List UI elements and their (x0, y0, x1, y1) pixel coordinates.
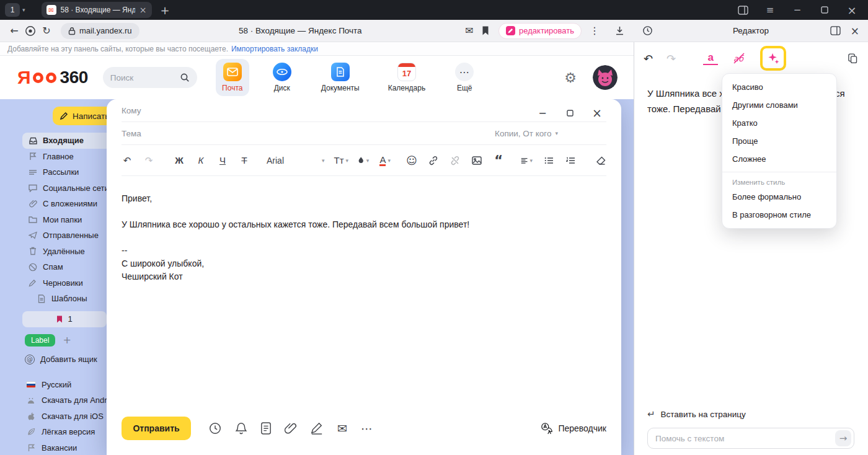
maximize-window-icon[interactable] (818, 4, 831, 16)
remove-link-button[interactable] (450, 154, 461, 167)
search-box[interactable] (103, 67, 197, 88)
style-menu-item[interactable]: Красиво (722, 78, 836, 96)
url-field[interactable]: mail.yandex.ru (61, 23, 140, 39)
service-disk[interactable]: Диск (265, 59, 299, 96)
minimize-compose-icon[interactable]: − (537, 107, 548, 118)
translator-button[interactable]: Переводчик (541, 422, 606, 435)
service-mail[interactable]: Почта (216, 59, 249, 96)
bold-button[interactable]: Ж (174, 154, 185, 167)
rewrite-icon[interactable]: аб (732, 51, 746, 66)
style-menu-item[interactable]: Сложнее (722, 150, 836, 168)
url-text: mail.yandex.ru (79, 26, 132, 35)
mail-page-icon[interactable]: ✉ (461, 23, 477, 39)
signature-pen-icon[interactable] (310, 421, 324, 436)
page-title: 58 · Входящие — Яндекс Почта (140, 26, 462, 35)
subject-field[interactable]: Тема Копии, От кого ▾ (122, 122, 606, 145)
minimize-window-icon[interactable]: − (791, 4, 804, 16)
copy-icon[interactable] (847, 53, 858, 64)
undo-icon[interactable]: ↶ (122, 154, 133, 167)
undo-icon[interactable]: ↶ (644, 52, 653, 65)
back-icon[interactable]: ← (6, 23, 22, 39)
prompt-input[interactable] (647, 428, 854, 449)
underline-button[interactable]: Ч (217, 154, 228, 167)
grammar-check-icon[interactable]: а (703, 51, 718, 65)
insert-image-button[interactable] (471, 154, 482, 167)
numbered-list-button[interactable] (565, 154, 576, 167)
bookmark-filter[interactable]: 1 (22, 311, 107, 327)
import-bookmarks-link[interactable]: Импортировать закладки (231, 45, 318, 53)
reload-icon[interactable]: ↻ (38, 23, 55, 39)
label-tag[interactable]: Label (25, 334, 55, 347)
strikethrough-button[interactable]: Т (239, 154, 250, 167)
sidebar-item-inbox[interactable]: Входящие (22, 133, 115, 149)
close-compose-icon[interactable]: × (591, 107, 603, 118)
close-panel-icon[interactable]: × (851, 25, 859, 37)
tab-counter-button[interactable]: 1 (5, 3, 20, 17)
sidebar-panel-icon[interactable] (737, 4, 749, 16)
attach-paperclip-icon[interactable] (285, 421, 297, 436)
chevron-down-icon: ▾ (366, 157, 370, 164)
redo-icon[interactable]: ↷ (143, 154, 154, 167)
search-input[interactable] (110, 73, 180, 82)
tab-close-icon[interactable]: × (140, 5, 147, 15)
compose-format-toolbar: ↶ ↷ Ж К Ч Т Arial ▾ Тт▾ ▾ А▾ ☺ “ ▾ (122, 145, 606, 176)
font-size-select[interactable]: Тт▾ (335, 154, 348, 167)
maximize-compose-icon[interactable] (564, 107, 575, 118)
android-icon (26, 396, 36, 405)
align-button[interactable]: ▾ (521, 154, 533, 167)
redo-icon[interactable]: ↷ (666, 52, 676, 65)
insert-link-button[interactable] (428, 154, 439, 167)
text-color-button[interactable]: А▾ (379, 154, 391, 167)
cc-from-toggle[interactable]: Копии, От кого ▾ (495, 129, 558, 138)
compose-body[interactable]: Привет, У Шляпника все хорошо у остальны… (107, 176, 621, 283)
user-avatar[interactable] (593, 65, 618, 90)
eraser-format-icon[interactable] (595, 154, 606, 167)
settings-gear-icon[interactable]: ⚙ (564, 70, 577, 86)
compose-window-controls: − × (537, 107, 603, 118)
quote-button[interactable]: “ (493, 154, 504, 167)
send-button[interactable]: Отправить (122, 417, 191, 440)
envelope-options-icon[interactable]: ✉ (337, 421, 348, 436)
downloads-icon[interactable] (611, 23, 627, 39)
italic-button[interactable]: К (195, 154, 206, 167)
bookmark-flag-icon[interactable] (477, 23, 494, 39)
open-in-window-icon[interactable] (830, 26, 841, 35)
link-label: Скачать для iOS (42, 412, 104, 421)
alice-assistant-icon[interactable] (22, 23, 38, 39)
font-family-select[interactable]: Arial ▾ (267, 156, 325, 166)
add-label-icon[interactable]: + (63, 334, 71, 346)
service-more[interactable]: ⋯ Ещё (448, 59, 481, 96)
emoji-button[interactable]: ☺ (406, 154, 417, 167)
send-later-clock-icon[interactable] (208, 421, 222, 436)
service-calendar[interactable]: 17 Календарь (382, 59, 432, 96)
browser-menu-icon[interactable]: ≡ (764, 4, 776, 16)
chevron-down-icon: ▾ (322, 157, 325, 164)
insert-to-page-button[interactable]: ↵ Вставить на страницу (647, 409, 854, 420)
new-tab-button[interactable]: + (161, 4, 170, 17)
template-note-icon[interactable] (260, 421, 272, 436)
highlight-color-button[interactable]: ▾ (358, 154, 369, 167)
reminder-bell-icon[interactable] (235, 421, 247, 436)
tab-list-chevron-icon[interactable]: ▾ (22, 7, 25, 13)
folder-icon (28, 214, 38, 224)
to-field[interactable]: Кому (122, 99, 606, 122)
style-menu-item[interactable]: Кратко (722, 114, 836, 132)
more-options-icon[interactable]: ⋯ (361, 421, 373, 436)
compose-footer: Отправить ✉ ⋯ Переводчик (122, 417, 606, 440)
service-docs[interactable]: Документы (315, 59, 366, 96)
prompt-input-wrap: → (647, 428, 854, 449)
search-icon[interactable] (180, 73, 190, 82)
style-menu-item[interactable]: Другими словами (722, 96, 836, 114)
yandex-360-logo[interactable]: Я 360 (17, 67, 88, 88)
submit-arrow-icon[interactable]: → (835, 430, 851, 446)
close-window-icon[interactable]: × (846, 4, 858, 16)
style-menu-item[interactable]: В разговорном стиле (722, 206, 836, 224)
edit-bookmark-button[interactable]: редактировать (498, 23, 582, 39)
style-menu-item[interactable]: Проще (722, 132, 836, 150)
browser-tab[interactable]: ✉ 58 · Входящие — Яндекс Почта × (42, 2, 152, 18)
bullet-list-button[interactable] (543, 154, 554, 167)
magic-sparkles-icon[interactable] (766, 51, 781, 66)
font-name: Arial (267, 156, 284, 166)
style-menu-item[interactable]: Более формально (722, 188, 836, 206)
more-menu-icon[interactable]: ⋮ (587, 23, 603, 39)
